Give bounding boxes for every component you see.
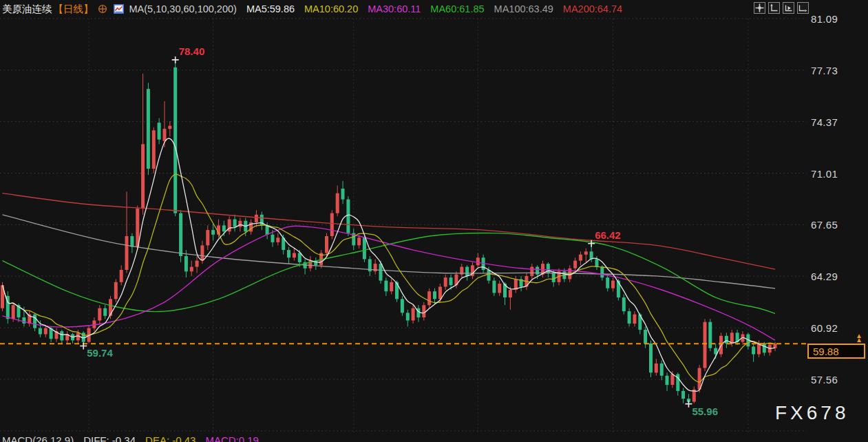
last-price-tag: 59.88 xyxy=(807,344,865,359)
ma-line-ma5 xyxy=(3,138,776,391)
price-axis-label: 67.65 xyxy=(811,219,838,231)
price-axis-label: 64.29 xyxy=(811,271,838,282)
extreme-cross-marker xyxy=(685,401,692,408)
price-annotation: 78.40 xyxy=(179,45,205,57)
scale-axis-left-button[interactable] xyxy=(768,2,780,14)
circle-plus-icon[interactable] xyxy=(98,4,107,14)
price-axis-label: 74.37 xyxy=(811,116,838,127)
price-axis-label: 57.56 xyxy=(811,374,838,386)
ma-settings-label: MA(5,10,30,60,100,200) xyxy=(129,3,237,14)
extreme-cross-marker xyxy=(172,56,179,63)
extreme-cross-marker xyxy=(588,240,595,247)
macd-formula: MACD(26,12,9) xyxy=(2,434,74,442)
move-tool-button[interactable] xyxy=(754,2,765,14)
ma-line-ma200 xyxy=(3,193,776,269)
ma-legend-3: MA60:61.85 xyxy=(430,3,484,14)
macd-dea-value: DEA: -0.43 xyxy=(145,434,195,442)
macd-diff-value: DIFF: -0.34 xyxy=(83,434,136,442)
price-axis-label: 71.01 xyxy=(811,167,838,179)
price-axis-label: 60.92 xyxy=(811,322,838,334)
price-axis-label: 77.73 xyxy=(811,64,838,76)
candlestick-chart-icon[interactable] xyxy=(114,4,124,14)
price-up-arrow-icon: ▲▲ xyxy=(856,334,862,342)
ma-legend-4: MA100:63.49 xyxy=(494,3,553,14)
fx678-watermark: FX678 xyxy=(775,402,849,424)
ma-legend-2: MA30:60.11 xyxy=(368,3,421,14)
ma-legend-0: MA5:59.86 xyxy=(246,3,295,14)
price-annotation: 55.96 xyxy=(692,406,718,417)
price-annotation: 59.74 xyxy=(87,347,113,359)
price-annotation: 66.42 xyxy=(595,229,621,241)
macd-indicator-row: MACD(26,12,9)DIFF: -0.34DEA: -0.43MACD:0… xyxy=(2,434,268,442)
ma-legend-5: MA200:64.74 xyxy=(563,3,622,14)
scale-axis-play-button[interactable] xyxy=(783,2,794,14)
candlestick-chart-canvas[interactable] xyxy=(0,0,868,442)
ma-line-ma30 xyxy=(3,226,776,340)
chart-toolbar xyxy=(754,2,809,14)
chart-app: 美原油连续 【日线】 MA(5,10,30,60,100,200) MA5:59… xyxy=(0,0,868,442)
ma-legend-1: MA10:60.20 xyxy=(304,3,358,14)
period-selector[interactable]: 【日线】 xyxy=(54,3,94,16)
chart-header: 美原油连续 【日线】 MA(5,10,30,60,100,200) MA5:59… xyxy=(0,0,868,18)
macd-value: MACD:0.19 xyxy=(205,434,259,442)
ma-values-legend: MA5:59.86MA10:60.20MA30:60.11MA60:61.85M… xyxy=(237,3,622,14)
scale-axis-right-button[interactable] xyxy=(797,2,809,14)
symbol-name: 美原油连续 xyxy=(2,3,52,16)
